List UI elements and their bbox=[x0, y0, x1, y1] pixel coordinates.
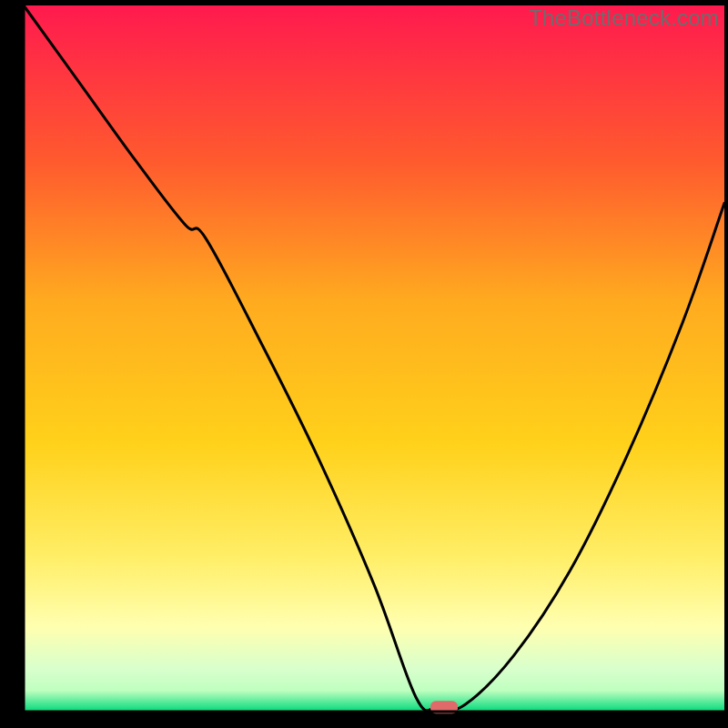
chart-container: TheBottleneck.com bbox=[0, 0, 728, 728]
watermark-text: TheBottleneck.com bbox=[529, 5, 719, 31]
bottleneck-chart bbox=[0, 0, 728, 728]
plot-area-gradient bbox=[24, 5, 724, 712]
